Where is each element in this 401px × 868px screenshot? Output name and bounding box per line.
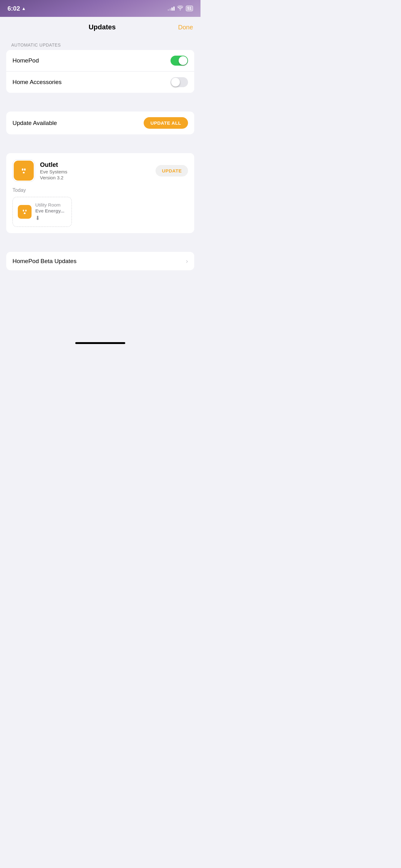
device-app: Eve Energy... bbox=[35, 208, 67, 213]
homepod-toggle-row: HomePod bbox=[6, 50, 194, 71]
download-icon: ⬇ bbox=[35, 215, 67, 221]
svg-rect-0 bbox=[18, 165, 29, 176]
homepod-beta-card[interactable]: HomePod Beta Updates › bbox=[6, 252, 194, 270]
home-indicator bbox=[75, 342, 125, 344]
home-accessories-toggle-row: Home Accessories bbox=[6, 71, 194, 93]
update-available-card: Update Available UPDATE ALL bbox=[6, 112, 194, 134]
svg-rect-6 bbox=[25, 210, 27, 212]
status-icons: 51 bbox=[168, 5, 193, 11]
app-update-card: Outlet Eve Systems Version 3.2 UPDATE To… bbox=[6, 153, 194, 233]
page-title: Updates bbox=[26, 23, 178, 31]
update-button[interactable]: UPDATE bbox=[156, 165, 188, 177]
device-info: Utility Room Eve Energy... ⬇ bbox=[35, 202, 67, 221]
update-available-label: Update Available bbox=[12, 120, 57, 127]
app-name: Outlet bbox=[40, 161, 151, 168]
svg-rect-2 bbox=[24, 168, 26, 170]
chevron-right-icon: › bbox=[186, 257, 188, 265]
automatic-updates-card: HomePod Home Accessories bbox=[6, 50, 194, 93]
svg-rect-5 bbox=[23, 210, 24, 212]
svg-rect-4 bbox=[20, 208, 29, 216]
device-name: Utility Room bbox=[35, 202, 67, 208]
status-time: 6:02 ▲ bbox=[7, 5, 26, 12]
homepod-toggle[interactable] bbox=[170, 56, 188, 66]
device-tile: Utility Room Eve Energy... ⬇ bbox=[12, 197, 72, 227]
svg-rect-3 bbox=[23, 172, 25, 174]
homepod-beta-label: HomePod Beta Updates bbox=[12, 258, 76, 265]
home-accessories-toggle[interactable] bbox=[170, 77, 188, 87]
time-display: 6:02 bbox=[7, 5, 20, 12]
status-bar: 6:02 ▲ 51 bbox=[0, 0, 201, 17]
homepod-label: HomePod bbox=[12, 57, 39, 64]
app-developer: Eve Systems bbox=[40, 169, 151, 174]
device-icon bbox=[18, 205, 32, 219]
svg-rect-7 bbox=[24, 213, 26, 214]
wifi-icon bbox=[177, 5, 183, 11]
home-accessories-label: Home Accessories bbox=[12, 79, 62, 86]
battery-icon: 51 bbox=[186, 6, 193, 11]
release-date: Today bbox=[12, 187, 188, 193]
done-button[interactable]: Done bbox=[178, 24, 193, 31]
location-icon: ▲ bbox=[22, 6, 26, 11]
app-info: Outlet Eve Systems Version 3.2 bbox=[40, 161, 151, 180]
svg-rect-1 bbox=[22, 168, 24, 170]
update-all-button[interactable]: UPDATE ALL bbox=[144, 117, 188, 129]
battery-level: 51 bbox=[188, 6, 192, 11]
nav-header: Updates Done bbox=[0, 17, 201, 36]
app-update-header: Outlet Eve Systems Version 3.2 UPDATE bbox=[12, 159, 188, 182]
outlet-app-icon bbox=[12, 159, 35, 182]
app-version: Version 3.2 bbox=[40, 175, 151, 180]
automatic-updates-label: AUTOMATIC UPDATES bbox=[0, 42, 201, 50]
signal-icon bbox=[168, 6, 175, 11]
